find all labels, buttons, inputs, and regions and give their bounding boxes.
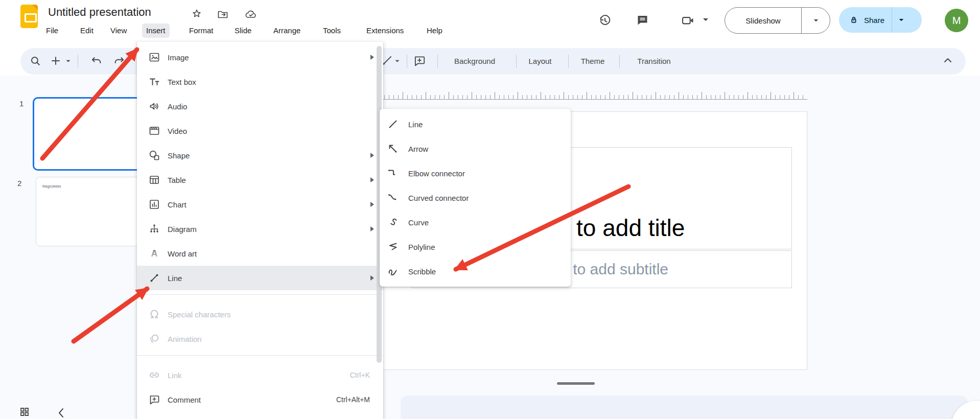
transition-button[interactable]: Transition [629,54,679,68]
document-title[interactable]: Untitled presentation [48,6,151,19]
slide-1-number: 1 [19,99,24,108]
toolbar-divider [78,55,78,68]
arrow-glyph-icon [387,143,399,155]
menubar-file[interactable]: File [42,24,62,38]
line-submenu-item-curved-connector[interactable]: Curved connector [380,185,571,210]
new-slide-plus-icon[interactable] [49,54,62,67]
slideshow-caret-icon[interactable] [802,18,830,23]
line-submenu-item-scribble[interactable]: Scribble [380,259,571,284]
menubar-help[interactable]: Help [423,24,447,38]
submenu-arrow-icon [370,202,374,207]
audio-icon [148,100,160,112]
version-history-icon[interactable] [598,13,612,28]
menubar-insert[interactable]: Insert [142,24,170,38]
meet-dropdown-caret-icon[interactable] [702,17,709,22]
menubar-extensions[interactable]: Extensions [362,24,408,38]
toolbar-divider [619,55,620,68]
insert-menu-item-link: Link Ctrl+K [137,363,383,387]
menubar-edit[interactable]: Edit [76,24,98,38]
insert-menu-item-table[interactable]: Table [137,168,383,192]
line-icon [148,272,160,284]
new-slide-caret-icon[interactable] [65,59,71,63]
logo-slide-glyph [25,13,37,22]
menubar-view[interactable]: View [106,24,131,38]
submenu-arrow-icon [370,226,374,231]
slideshow-button[interactable]: Slideshow [725,7,830,34]
horizontal-scrollbar-thumb[interactable] [557,382,595,385]
line-submenu-item-line[interactable]: Line [380,112,571,136]
insert-menu-item-audio[interactable]: Audio [137,94,383,119]
slide-2-number: 2 [17,179,21,188]
insert-menu-item-comment[interactable]: Comment Ctrl+Alt+M [137,387,383,412]
meet-camera-icon[interactable] [681,13,695,28]
collapse-filmstrip-chevron-icon[interactable] [57,407,65,419]
submenu-arrow-icon [370,55,374,60]
insert-menu-item-shape[interactable]: Shape [137,143,383,168]
background-button[interactable]: Background [445,54,505,68]
google-slides-app: Untitled presentation File Edit View Ins… [0,0,980,419]
line-submenu-item-elbow-connector[interactable]: Elbow connector [380,161,571,185]
insert-menu-item-animation: Animation [137,327,383,351]
share-caret-icon[interactable] [892,18,911,22]
link-icon [148,369,160,381]
video-icon [148,125,160,137]
curve-icon [387,216,399,228]
diagram-icon [148,223,160,235]
line-tool-caret-icon[interactable] [394,59,400,63]
add-comment-icon[interactable] [413,54,426,67]
cloud-saved-icon[interactable] [244,8,258,20]
logo-fold [32,5,38,10]
collapse-toolbar-chevron-icon[interactable] [943,57,952,63]
line-glyph-icon [387,118,399,130]
scribble-icon [387,265,399,277]
search-menus-icon[interactable] [29,54,42,67]
toolbar-divider [516,55,517,68]
theme-button[interactable]: Theme [575,54,611,68]
special-characters-icon [148,308,160,320]
insert-menu-item-diagram[interactable]: Diagram [137,217,383,241]
insert-menu-item-chart[interactable]: Chart [137,192,383,217]
undo-icon[interactable] [90,54,103,67]
share-label: Share [864,16,884,25]
slideshow-label: Slideshow [725,16,801,25]
elbow-connector-icon [387,167,399,179]
insert-menu: Image Text box Audio Video Shape Table C… [137,42,383,419]
submenu-arrow-icon [370,177,374,182]
text-box-icon [148,76,160,88]
toolbar-divider [568,55,569,68]
redo-icon[interactable] [112,54,126,67]
speaker-notes-bar[interactable] [401,395,968,419]
account-avatar[interactable]: M [945,9,968,32]
menubar-arrange[interactable]: Arrange [269,24,305,38]
move-folder-icon[interactable] [217,8,229,20]
comments-icon[interactable] [636,13,649,27]
insert-menu-item-video[interactable]: Video [137,119,383,143]
menubar-format[interactable]: Format [185,24,218,38]
menubar-slide[interactable]: Slide [230,24,255,38]
insert-menu-item-line[interactable]: Line [137,266,383,290]
insert-menu-item-word-art[interactable]: A Word art [137,241,383,266]
line-submenu-item-arrow[interactable]: Arrow [380,136,571,161]
slide-1-thumbnail[interactable] [33,97,144,171]
insert-menu-item-text-box[interactable]: Text box [137,69,383,94]
curved-connector-icon [387,192,399,204]
grid-view-icon[interactable] [18,405,31,419]
layout-button[interactable]: Layout [522,54,558,68]
shape-icon [148,149,160,161]
insert-menu-item-special-characters: Special characters [137,302,383,327]
share-button[interactable]: Share [839,7,922,33]
line-submenu-item-polyline[interactable]: Polyline [380,235,571,259]
chart-icon [148,198,160,211]
toolbar-divider [407,55,407,68]
toolbar-divider [437,55,438,68]
line-submenu-item-curve[interactable]: Curve [380,210,571,235]
slide-2-thumbnail[interactable]: Magicslides [36,177,142,246]
slide-2-thumbnail-text: Magicslides [42,184,61,188]
line-submenu: Line Arrow Elbow connector Curved connec… [380,109,571,287]
slides-logo[interactable] [20,5,38,28]
table-icon [148,174,160,186]
menubar-tools[interactable]: Tools [319,24,345,38]
insert-menu-item-image[interactable]: Image [137,45,383,69]
submenu-arrow-icon [370,153,374,158]
star-icon[interactable] [191,8,202,19]
